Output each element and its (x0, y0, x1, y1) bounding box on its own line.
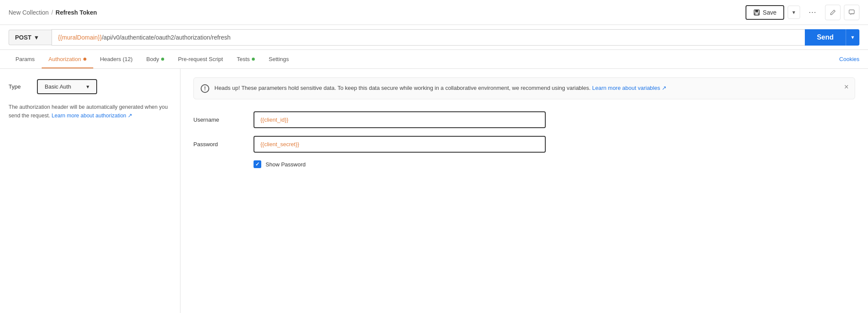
alert-icon: ! (201, 84, 209, 93)
chevron-down-icon: ▾ (792, 9, 795, 15)
type-row: Type Basic Auth ▾ (9, 79, 171, 94)
username-label: Username (193, 117, 245, 123)
send-chevron-icon: ▾ (846, 29, 859, 46)
tab-pre-request[interactable]: Pre-request Script (171, 51, 230, 68)
tests-dot (252, 58, 255, 61)
type-label: Type (9, 83, 30, 90)
header-actions: Save ▾ ··· (746, 5, 859, 20)
tabs-list: Params Authorization Headers (12) Body P… (9, 51, 296, 68)
username-field: Username (193, 111, 855, 128)
password-field: Password (193, 136, 855, 153)
tab-settings[interactable]: Settings (262, 51, 296, 68)
comment-button[interactable] (844, 5, 859, 20)
tab-tests-label: Tests (237, 56, 250, 62)
tab-body-label: Body (147, 56, 159, 62)
save-icon (753, 9, 760, 16)
learn-more-auth-link[interactable]: Learn more about authorization ↗ (52, 113, 132, 119)
cookies-link[interactable]: Cookies (839, 56, 859, 62)
breadcrumb-current: Refresh Token (55, 9, 97, 16)
method-label: POST (15, 34, 31, 41)
alert-close-button[interactable]: × (844, 83, 849, 91)
edit-icon (829, 9, 836, 16)
tab-params[interactable]: Params (9, 51, 42, 68)
tab-headers[interactable]: Headers (12) (93, 51, 140, 68)
comment-icon (848, 9, 855, 16)
tab-headers-label: Headers (12) (100, 56, 133, 62)
method-chevron-icon: ▾ (35, 34, 38, 41)
tab-body[interactable]: Body (140, 51, 171, 68)
tab-pre-request-label: Pre-request Script (178, 56, 223, 62)
breadcrumb: New Collection / Refresh Token (9, 9, 97, 16)
header: New Collection / Refresh Token Save ▾ ··… (0, 0, 868, 25)
checkbox-check-icon: ✓ (255, 161, 260, 167)
alert-message: Heads up! These parameters hold sensitiv… (214, 85, 590, 91)
tabs: Params Authorization Headers (12) Body P… (0, 50, 868, 69)
method-select[interactable]: POST ▾ (9, 30, 52, 45)
tab-params-label: Params (15, 56, 35, 62)
show-password-row: ✓ Show Password (254, 160, 855, 168)
left-panel: Type Basic Auth ▾ The authorization head… (0, 69, 180, 313)
tab-authorization-label: Authorization (49, 56, 81, 62)
show-password-checkbox[interactable]: ✓ (254, 160, 261, 168)
edit-button[interactable] (825, 5, 840, 20)
svg-rect-3 (849, 10, 854, 14)
alert-text: Heads up! These parameters hold sensitiv… (214, 84, 666, 93)
breadcrumb-collection: New Collection (9, 9, 49, 16)
tab-tests[interactable]: Tests (230, 51, 262, 68)
tab-settings-label: Settings (269, 56, 289, 62)
save-button[interactable]: Save (746, 5, 784, 20)
svg-rect-1 (755, 10, 758, 12)
learn-more-variables-link[interactable]: Learn more about variables ↗ (592, 85, 666, 91)
password-label: Password (193, 141, 245, 147)
authorization-dot (83, 58, 86, 61)
more-icon: ··· (809, 8, 816, 17)
type-value: Basic Auth (45, 83, 71, 90)
alert-banner: ! Heads up! These parameters hold sensit… (193, 77, 855, 99)
username-input[interactable] (254, 111, 546, 128)
save-dropdown-button[interactable]: ▾ (788, 6, 800, 19)
send-label: Send (805, 29, 846, 46)
type-select[interactable]: Basic Auth ▾ (37, 79, 97, 94)
right-panel: ! Heads up! These parameters hold sensit… (180, 69, 868, 313)
main-content: Type Basic Auth ▾ The authorization head… (0, 69, 868, 313)
more-options-button[interactable]: ··· (804, 5, 822, 20)
show-password-label: Show Password (266, 161, 306, 168)
url-path: /api/v0/authenticate/oauth2/authorizatio… (102, 34, 231, 41)
password-input[interactable] (254, 136, 546, 153)
save-label: Save (763, 9, 776, 16)
url-variable: {{muralDomain}} (58, 34, 102, 41)
breadcrumb-separator: / (51, 9, 53, 16)
send-button[interactable]: Send ▾ (805, 29, 859, 46)
type-chevron-icon: ▾ (86, 83, 89, 90)
body-dot (161, 58, 164, 61)
auth-description: The authorization header will be automat… (9, 103, 171, 120)
url-bar: POST ▾ {{muralDomain}}/api/v0/authentica… (0, 25, 868, 50)
tab-authorization[interactable]: Authorization (42, 51, 93, 68)
